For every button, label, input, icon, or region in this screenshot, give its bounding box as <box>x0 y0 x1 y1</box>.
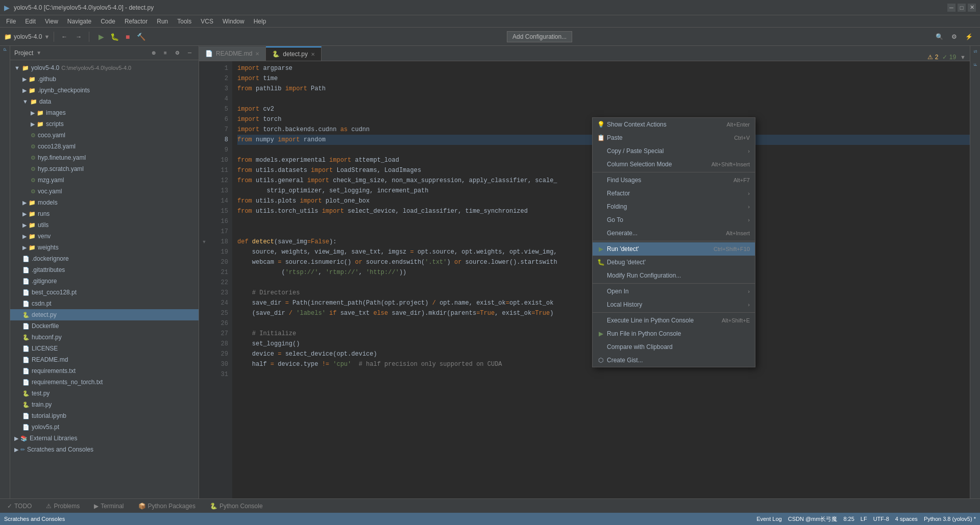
tree-item-ipynb[interactable]: ▶ 📁 .ipynb_checkpoints <box>10 85 199 96</box>
event-log-btn[interactable]: Event Log <box>756 516 782 522</box>
tab-terminal[interactable]: ▶ Terminal <box>91 502 127 511</box>
tree-item-detect[interactable]: 🐍 detect.py <box>10 309 199 320</box>
menu-vcs[interactable]: VCS <box>197 17 217 26</box>
menu-refactor[interactable]: Refactor <box>120 17 152 26</box>
menu-code[interactable]: Code <box>96 17 119 26</box>
ctx-local-history[interactable]: Local History › <box>593 298 755 311</box>
stop-button[interactable]: ■ <box>122 31 133 42</box>
menu-file[interactable]: File <box>2 17 20 26</box>
ctx-create-gist[interactable]: ⬡ Create Gist... <box>593 354 755 367</box>
tree-item-coco-yaml[interactable]: ⚙ coco.yaml <box>10 130 199 141</box>
ctx-refactor[interactable]: Refactor › <box>593 187 755 200</box>
menu-view[interactable]: View <box>41 17 62 26</box>
tree-item-weights[interactable]: ▶ 📁 weights <box>10 242 199 253</box>
tab-readme[interactable]: 📄 README.md ✕ <box>199 46 266 61</box>
tree-item-gitignore[interactable]: 📄 .gitignore <box>10 276 199 287</box>
ctx-find-usages[interactable]: Find Usages Alt+F7 <box>593 173 755 187</box>
tree-item-requirements[interactable]: 📄 requirements.txt <box>10 365 199 377</box>
tree-item-models[interactable]: ▶ 📁 models <box>10 197 199 208</box>
project-dropdown-chevron[interactable]: ▼ <box>36 50 41 56</box>
build-button[interactable]: 🔨 <box>135 31 146 42</box>
tree-item-gitattributes[interactable]: 📄 .gitattributes <box>10 264 199 276</box>
tree-item-license[interactable]: 📄 LICENSE <box>10 343 199 354</box>
tree-item-external-libs[interactable]: ▶ 📚 External Libraries <box>10 433 199 444</box>
tree-item-github[interactable]: ▶ 📁 .github <box>10 73 199 85</box>
ctx-open-in[interactable]: Open In › <box>593 285 755 298</box>
maximize-button[interactable]: □ <box>958 4 966 12</box>
minimize-button[interactable]: ─ <box>947 4 955 12</box>
ctx-execute-line[interactable]: Execute Line in Python Console Alt+Shift… <box>593 314 755 327</box>
detect-tab-close[interactable]: ✕ <box>311 52 315 57</box>
tree-item-scratches[interactable]: ▶ ✏ Scratches and Consoles <box>10 444 199 455</box>
debug-button[interactable]: 🐛 <box>109 31 120 42</box>
tree-item-scripts[interactable]: ▶ 📁 scripts <box>10 118 199 130</box>
add-configuration-button[interactable]: Add Configuration... <box>507 31 572 42</box>
line-col-label[interactable]: 8:25 <box>843 516 854 522</box>
ctx-folding[interactable]: Folding › <box>593 200 755 213</box>
project-strip-icon[interactable]: P <box>1 48 9 51</box>
menu-window[interactable]: Window <box>218 17 249 26</box>
tree-item-voc[interactable]: ⚙ voc.yaml <box>10 186 199 197</box>
tree-item-coco128-yaml[interactable]: ⚙ coco128.yaml <box>10 141 199 152</box>
ctx-compare-clipboard[interactable]: Compare with Clipboard <box>593 340 755 354</box>
project-settings-button[interactable]: ⚙ <box>172 49 183 57</box>
close-button[interactable]: ✕ <box>968 4 976 12</box>
menu-tools[interactable]: Tools <box>173 17 195 26</box>
search-button[interactable]: 🔍 <box>933 32 946 41</box>
ctx-run-file-python[interactable]: ▶ Run File in Python Console <box>593 327 755 340</box>
structure-strip-icon[interactable]: S <box>973 50 978 53</box>
readme-tab-close[interactable]: ✕ <box>255 51 259 57</box>
toolbar-forward-btn[interactable]: → <box>72 32 85 41</box>
editor-expand-icon[interactable]: ▼ <box>960 54 966 60</box>
tree-item-images[interactable]: ▶ 📁 images <box>10 107 199 118</box>
update-button[interactable]: ⚡ <box>962 32 976 41</box>
tab-python-packages[interactable]: 📦 Python Packages <box>135 502 199 511</box>
tree-item-hyp-scratch[interactable]: ⚙ hyp.scratch.yaml <box>10 163 199 174</box>
encoding-label[interactable]: UTF-8 <box>873 516 889 522</box>
project-collapse-button[interactable]: ≡ <box>161 49 170 57</box>
tree-item-dockerfile[interactable]: 📄 Dockerfile <box>10 320 199 332</box>
tab-problems[interactable]: ⚠ Problems <box>43 502 83 511</box>
run-button[interactable]: ▶ <box>95 31 107 42</box>
tree-item-test[interactable]: 🐍 test.py <box>10 388 199 399</box>
tree-item-best-coco[interactable]: 📄 best_coco128.pt <box>10 287 199 298</box>
tab-python-console[interactable]: 🐍 Python Console <box>207 502 266 511</box>
ctx-show-context-actions[interactable]: 💡 Show Context Actions Alt+Enter <box>593 118 755 131</box>
tree-item-venv[interactable]: ▶ 📁 venv <box>10 231 199 242</box>
menu-run[interactable]: Run <box>153 17 172 26</box>
tree-item-requirements-no-torch[interactable]: 📄 requirements_no_torch.txt <box>10 377 199 388</box>
tree-item-yolov5s[interactable]: 📄 yolov5s.pt <box>10 421 199 433</box>
menu-help[interactable]: Help <box>250 17 271 26</box>
gutter-18[interactable]: ▼ <box>199 237 209 247</box>
project-minimize-button[interactable]: ─ <box>185 49 194 57</box>
tab-detect[interactable]: 🐍 detect.py ✕ <box>266 46 322 61</box>
tree-item-dockerignore[interactable]: 📄 .dockerignore <box>10 253 199 264</box>
settings-button[interactable]: ⚙ <box>948 32 960 41</box>
tree-item-hyp-fine[interactable]: ⚙ hyp.finetune.yaml <box>10 152 199 163</box>
lf-label[interactable]: LF <box>861 516 867 522</box>
ctx-paste[interactable]: 📋 Paste Ctrl+V <box>593 131 755 144</box>
ctx-column-selection[interactable]: Column Selection Mode Alt+Shift+Insert <box>593 158 755 171</box>
tree-item-runs[interactable]: ▶ 📁 runs <box>10 208 199 219</box>
tree-root[interactable]: ▼ 📁 yolov5-4.0 C:\me\yolov5-4.0\yolov5-4… <box>10 62 199 73</box>
python-version-label[interactable]: Python 3.8 (yolov5) * <box>924 516 976 522</box>
tree-item-csdn[interactable]: 📄 csdn.pt <box>10 298 199 309</box>
tree-item-data[interactable]: ▼ 📁 data <box>10 96 199 107</box>
tree-item-hubconf[interactable]: 🐍 hubconf.py <box>10 332 199 343</box>
project-locate-button[interactable]: ⊕ <box>149 49 159 57</box>
tab-todo[interactable]: ✓ TODO <box>4 502 35 511</box>
project-dropdown-icon[interactable]: ▼ <box>44 34 50 40</box>
tree-item-mzg[interactable]: ⚙ mzg.yaml <box>10 174 199 186</box>
favorites-strip-icon[interactable]: F <box>973 63 978 66</box>
toolbar-back-btn[interactable]: ← <box>58 32 70 41</box>
indent-label[interactable]: 4 spaces <box>895 516 918 522</box>
ctx-modify-run-config[interactable]: Modify Run Configuration... <box>593 269 755 282</box>
ctx-debug-detect[interactable]: 🐛 Debug 'detect' <box>593 256 755 269</box>
menu-navigate[interactable]: Navigate <box>63 17 95 26</box>
tree-item-train[interactable]: 🐍 train.py <box>10 399 199 410</box>
ctx-generate[interactable]: Generate... Alt+Insert <box>593 227 755 240</box>
menu-edit[interactable]: Edit <box>21 17 40 26</box>
ctx-goto[interactable]: Go To › <box>593 213 755 227</box>
ctx-run-detect[interactable]: ▶ Run 'detect' Ctrl+Shift+F10 <box>593 242 755 256</box>
tree-item-readme[interactable]: 📄 README.md <box>10 354 199 365</box>
